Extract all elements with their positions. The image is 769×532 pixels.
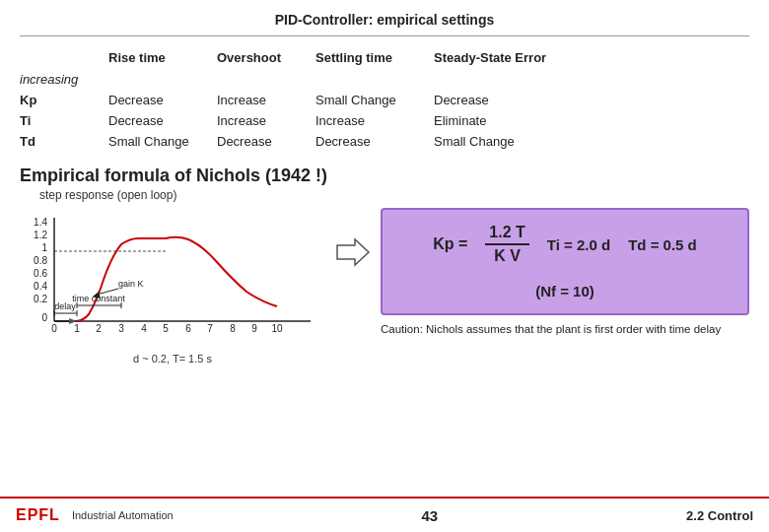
d-label: d ~ 0.2, T= 1.5 s (20, 353, 325, 365)
svg-text:0.2: 0.2 (34, 294, 47, 304)
td-overshoot: Decrease (217, 131, 315, 152)
svg-text:1: 1 (74, 323, 80, 334)
row-kp-label: Kp (20, 90, 108, 110)
empirical-title: Empirical formula of Nichols (1942 !) (20, 166, 749, 186)
svg-text:0.4: 0.4 (34, 281, 47, 292)
svg-text:9: 9 (251, 323, 257, 334)
row-ti-label: Ti (20, 110, 108, 131)
epfl-logo: EPFL (16, 506, 60, 524)
td-settling-time: Decrease (315, 131, 434, 152)
pid-table-section: Rise time Overshoot Settling time Steady… (20, 46, 749, 152)
svg-text:5: 5 (163, 323, 169, 334)
kp-overshoot: Increase (217, 90, 315, 110)
step-response-label: step response (open loop) (39, 188, 749, 202)
arrow-indicator (335, 208, 371, 267)
svg-text:6: 6 (185, 323, 191, 334)
pid-table: Rise time Overshoot Settling time Steady… (20, 46, 749, 152)
table-row: Kp Decrease Increase Small Change Decrea… (20, 90, 749, 110)
svg-text:1.4: 1.4 (34, 217, 47, 228)
kp-numerator: 1.2 T (485, 224, 528, 245)
chart-formula-row: 1.4 1.2 1 0.8 0.6 0.4 0.2 0 0 1 2 3 4 5 … (20, 208, 749, 365)
empirical-section: Empirical formula of Nichols (1942 !) st… (20, 166, 749, 365)
increasing-label: increasing (20, 69, 749, 90)
ti-overshoot: Increase (217, 110, 315, 131)
td-formula: Td = 0.5 d (628, 236, 697, 253)
ti-rise-time: Decrease (108, 110, 217, 131)
footer-left-text: Industrial Automation (72, 509, 174, 521)
col-header-overshoot: Overshoot (217, 46, 315, 69)
increasing-row: increasing (20, 69, 749, 90)
svg-text:0.6: 0.6 (34, 268, 47, 279)
svg-text:1: 1 (41, 242, 47, 253)
svg-text:0.8: 0.8 (34, 255, 47, 266)
page-footer: EPFL Industrial Automation 43 2.2 Contro… (0, 497, 769, 532)
formula-box: Kp = 1.2 T K V Ti = 2.0 d Td = 0.5 d (Nf… (381, 208, 749, 315)
kp-settling-time: Small Change (315, 90, 434, 110)
col-header-settling-time: Settling time (315, 46, 434, 69)
step-response-chart: 1.4 1.2 1 0.8 0.6 0.4 0.2 0 0 1 2 3 4 5 … (20, 208, 325, 351)
svg-text:0: 0 (41, 312, 47, 323)
ti-formula: Ti = 2.0 d (547, 236, 610, 253)
svg-text:4: 4 (141, 323, 147, 334)
arrow-icon (335, 237, 371, 267)
row-td-label: Td (20, 131, 108, 152)
col-header-steady-state: Steady-State Error (434, 46, 749, 69)
col-header-rise-time: Rise time (108, 46, 217, 69)
formula-line: Kp = 1.2 T K V Ti = 2.0 d Td = 0.5 d (Nf… (400, 224, 730, 299)
header-title: PID-Controller: empirical settings (275, 12, 494, 28)
caution-text: Caution: Nichols assumes that the plant … (381, 321, 749, 337)
ti-settling-time: Increase (315, 110, 434, 131)
svg-marker-34 (337, 239, 369, 265)
td-steady-state: Small Change (434, 131, 749, 152)
kp-fraction: 1.2 T K V (485, 224, 528, 265)
page-title: PID-Controller: empirical settings (20, 0, 749, 36)
td-rise-time: Small Change (108, 131, 217, 152)
ti-steady-state: Eliminate (434, 110, 749, 131)
svg-text:0: 0 (51, 323, 57, 334)
table-row: Td Small Change Decrease Decrease Small … (20, 131, 749, 152)
svg-text:7: 7 (207, 323, 213, 334)
kp-denominator: K V (490, 245, 524, 265)
col-header-empty (20, 46, 108, 69)
svg-text:gain K: gain K (118, 279, 144, 289)
right-section: Kp = 1.2 T K V Ti = 2.0 d Td = 0.5 d (Nf… (381, 208, 749, 337)
nf-formula: (Nf = 10) (535, 283, 594, 299)
svg-text:2: 2 (96, 323, 102, 334)
svg-text:3: 3 (118, 323, 124, 334)
footer-section: 2.2 Control (686, 508, 753, 523)
svg-text:10: 10 (271, 323, 283, 334)
footer-logo-area: EPFL Industrial Automation (16, 506, 174, 524)
svg-text:8: 8 (230, 323, 236, 334)
svg-text:1.2: 1.2 (34, 230, 47, 240)
kp-rise-time: Decrease (108, 90, 217, 110)
chart-container: 1.4 1.2 1 0.8 0.6 0.4 0.2 0 0 1 2 3 4 5 … (20, 208, 325, 365)
table-row: Ti Decrease Increase Increase Eliminate (20, 110, 749, 131)
kp-equals-label: Kp = (433, 235, 467, 253)
kp-steady-state: Decrease (434, 90, 749, 110)
footer-page-number: 43 (422, 507, 439, 524)
